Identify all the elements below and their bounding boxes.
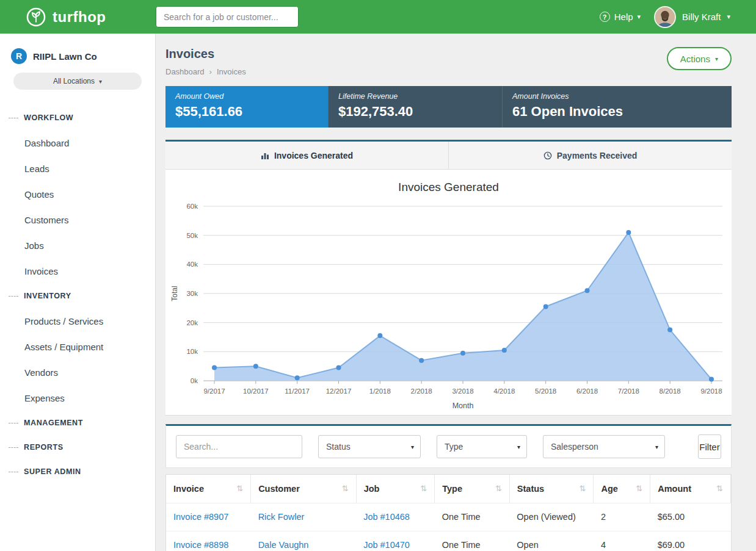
sort-icon: ⇅ <box>420 484 427 493</box>
select-salesperson[interactable]: Salesperson▾ <box>543 435 665 458</box>
cell-status: Open <box>509 531 594 551</box>
sidebar-item-leads[interactable]: Leads <box>0 156 155 181</box>
tab-invoices-generated[interactable]: Invoices Generated <box>165 142 448 169</box>
chart-title: Invoices Generated <box>165 181 732 194</box>
svg-text:4/2018: 4/2018 <box>493 387 515 395</box>
chart-tabs: Invoices Generated Payments Received <box>165 142 732 170</box>
nav-section-label: WORKFLOW <box>24 113 73 122</box>
tab-payments-received[interactable]: Payments Received <box>448 142 732 169</box>
user-menu[interactable]: Billy Kraft ▾ <box>654 6 730 28</box>
table-row: Invoice #8898Dale VaughnJob #10470One Ti… <box>166 531 731 551</box>
filter-button[interactable]: Filter <box>698 434 721 459</box>
stat-card-lifetime-revenue: Lifetime Revenue $192,753.40 <box>328 86 502 128</box>
topbar: turfhop ? Help ▾ Billy Kraft ▾ <box>0 0 756 34</box>
breadcrumb-separator-icon: › <box>209 67 212 76</box>
column-label: Invoice <box>173 484 204 494</box>
turfhop-logo-icon <box>26 7 46 27</box>
nav-section-label: INVENTORY <box>24 292 71 300</box>
select-status[interactable]: Status▾ <box>318 435 421 458</box>
select-value: Salesperson <box>551 442 598 452</box>
chart-body: Invoices Generated 0k10k20k30k40k50k60k9… <box>165 170 732 415</box>
cell-customer[interactable]: Rick Fowler <box>251 503 357 531</box>
select-type[interactable]: Type▾ <box>437 435 527 458</box>
cell-invoice[interactable]: Invoice #8898 <box>166 531 251 551</box>
cell-job[interactable]: Job #10470 <box>356 531 435 551</box>
svg-text:10/2017: 10/2017 <box>243 387 269 395</box>
column-label: Amount <box>658 484 691 494</box>
sidebar-item-invoices[interactable]: Invoices <box>0 258 155 284</box>
sidebar-nav: WORKFLOWDashboardLeadsQuotesCustomersJob… <box>0 97 155 484</box>
tree-dash-icon <box>9 472 18 472</box>
chevron-down-icon: ▾ <box>517 444 520 450</box>
nav-section-label: MANAGEMENT <box>24 419 83 427</box>
global-search-input[interactable] <box>156 6 299 27</box>
sort-icon: ⇅ <box>636 484 642 493</box>
sort-icon: ⇅ <box>716 484 723 493</box>
svg-text:10k: 10k <box>186 348 198 355</box>
column-header-status[interactable]: Status⇅ <box>509 475 594 503</box>
column-label: Job <box>364 484 380 494</box>
cell-customer[interactable]: Dale Vaughn <box>251 531 357 551</box>
company-selector[interactable]: R RIIPL Lawn Co <box>0 43 155 73</box>
column-header-job[interactable]: Job⇅ <box>356 475 435 503</box>
table-body: Invoice #8907Rick FowlerJob #10468One Ti… <box>166 503 731 551</box>
sidebar-item-dashboard[interactable]: Dashboard <box>0 130 155 156</box>
stat-label: Lifetime Revenue <box>338 92 492 101</box>
sidebar-item-assets-equipment[interactable]: Assets / Equipment <box>0 334 155 359</box>
turfhop-logo[interactable]: turfhop <box>0 7 156 27</box>
cell-job[interactable]: Job #10468 <box>356 503 435 531</box>
nav-section-inventory: INVENTORY <box>0 284 155 308</box>
svg-text:2/2018: 2/2018 <box>410 387 432 395</box>
sidebar-item-expenses[interactable]: Expenses <box>0 385 155 411</box>
table-row: Invoice #8907Rick FowlerJob #10468One Ti… <box>166 503 731 531</box>
svg-text:0k: 0k <box>190 377 197 384</box>
svg-text:7/2018: 7/2018 <box>617 387 639 395</box>
page-title: Invoices <box>165 47 246 61</box>
column-header-invoice[interactable]: Invoice⇅ <box>166 475 251 503</box>
invoices-generated-chart: 0k10k20k30k40k50k60k9/201710/201711/2017… <box>165 198 732 412</box>
sidebar-item-customers[interactable]: Customers <box>0 207 155 232</box>
nav-section-workflow: WORKFLOW <box>0 106 155 130</box>
breadcrumb-dashboard[interactable]: Dashboard <box>165 67 205 76</box>
app-window: turfhop ? Help ▾ Billy Kraft ▾ <box>0 0 756 551</box>
user-avatar <box>654 6 676 28</box>
svg-text:60k: 60k <box>186 203 198 210</box>
clock-icon <box>543 151 552 160</box>
sort-icon: ⇅ <box>495 484 502 493</box>
chevron-down-icon: ▾ <box>638 13 641 21</box>
column-header-age[interactable]: Age⇅ <box>594 475 650 503</box>
column-header-type[interactable]: Type⇅ <box>435 475 510 503</box>
stat-card-open-invoices: Amount Invoices 61 Open Invoices <box>502 86 732 128</box>
table-search-input[interactable] <box>176 435 302 458</box>
stat-label: Amount Invoices <box>512 92 722 101</box>
filter-bar: Status▾Type▾Salesperson▾ Filter <box>165 424 732 468</box>
select-value: Status <box>326 442 351 452</box>
svg-text:9/2017: 9/2017 <box>203 387 225 395</box>
help-label: Help <box>614 12 633 22</box>
column-header-customer[interactable]: Customer⇅ <box>251 475 357 503</box>
svg-text:8/2018: 8/2018 <box>659 387 680 395</box>
column-label: Type <box>442 484 462 494</box>
cell-amount: $65.00 <box>650 503 731 531</box>
stat-card-amount-owed: Amount Owed $55,161.66 <box>165 86 328 128</box>
chevron-down-icon: ▾ <box>655 444 658 450</box>
sort-icon: ⇅ <box>580 484 586 493</box>
cell-invoice[interactable]: Invoice #8907 <box>166 503 251 531</box>
breadcrumb-invoices: Invoices <box>217 67 246 76</box>
svg-text:3/2018: 3/2018 <box>452 387 473 395</box>
column-header-amount[interactable]: Amount⇅ <box>650 475 731 503</box>
chevron-down-icon: ▾ <box>411 444 414 450</box>
sidebar-item-quotes[interactable]: Quotes <box>0 181 155 207</box>
sidebar-item-jobs[interactable]: Jobs <box>0 232 155 258</box>
actions-button[interactable]: Actions ▾ <box>667 47 732 70</box>
help-menu[interactable]: ? Help ▾ <box>600 12 641 22</box>
sort-icon: ⇅ <box>236 484 243 493</box>
sidebar-item-vendors[interactable]: Vendors <box>0 359 155 385</box>
user-name: Billy Kraft <box>682 12 721 22</box>
sidebar-item-products-services[interactable]: Products / Services <box>0 308 155 334</box>
cell-amount: $69.00 <box>650 531 731 551</box>
location-selector[interactable]: All Locations ▾ <box>13 73 142 90</box>
svg-text:Month: Month <box>452 402 473 410</box>
column-label: Status <box>517 484 544 494</box>
nav-section-management: MANAGEMENT <box>0 411 155 435</box>
